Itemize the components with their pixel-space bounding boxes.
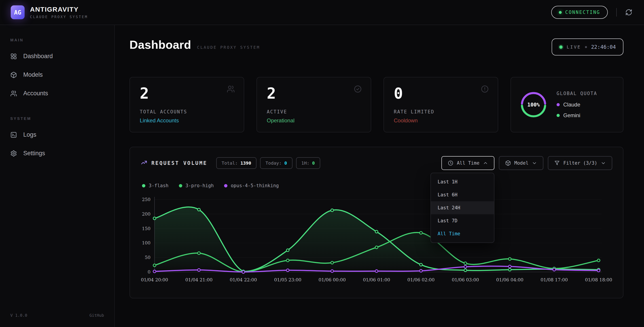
data-point <box>198 208 200 211</box>
page-title: Dashboard <box>130 38 191 52</box>
legend-series-name: 3-flash <box>149 183 168 188</box>
sidebar-item-settings[interactable]: Settings <box>0 144 114 162</box>
dropdown-label: All Time <box>457 160 480 166</box>
check-circle-icon <box>354 85 362 93</box>
sidebar-item-accounts[interactable]: Accounts <box>0 84 114 103</box>
x-tick-label: 01/06 03:00 <box>452 277 479 282</box>
x-tick-label: 01/06 01:00 <box>363 277 390 282</box>
data-point <box>597 269 600 272</box>
y-tick-label: 0 <box>148 269 150 275</box>
menu-item-last-7d[interactable]: Last 7D <box>431 214 494 227</box>
quota-percent: 100% <box>520 91 547 118</box>
quota-ring: 100% <box>520 91 547 118</box>
sidebar: MAINDashboardModelsAccountsSYSTEMLogsSet… <box>0 25 115 327</box>
app-logo-text: AG <box>14 9 22 16</box>
refresh-icon <box>625 9 632 16</box>
data-point <box>331 270 334 272</box>
stat-sublabel: Cooldown <box>394 118 488 124</box>
x-tick-label: 01/04 21:00 <box>185 277 213 282</box>
menu-item-last-1h[interactable]: Last 1H <box>431 175 494 188</box>
data-point <box>286 249 289 252</box>
time-range-dropdown-wrap: All TimeLast 1HLast 6HLast 24HLast 7DAll… <box>442 156 494 170</box>
time-range-dropdown[interactable]: All Time <box>442 156 494 170</box>
sidebar-item-label: Settings <box>23 150 45 157</box>
filter-dropdown-wrap: Filter (3/3) <box>548 156 612 170</box>
funnel-icon <box>554 160 560 166</box>
quota-label: GLOBAL QUOTA <box>556 91 597 96</box>
stat-sublabel: Operational <box>267 118 361 124</box>
dashboard-grid-icon <box>10 53 17 60</box>
data-point <box>420 232 422 234</box>
data-point <box>286 269 289 272</box>
box-icon <box>505 160 511 166</box>
data-point <box>464 266 467 268</box>
app-subtitle: CLAUDE PROXY SYSTEM <box>30 15 88 19</box>
x-tick-label: 01/08 18:00 <box>585 277 612 282</box>
legend-item-3-pro-high[interactable]: 3-pro-high <box>179 183 214 188</box>
panel-header: REQUEST VOLUME Total:1390Today:01H:0 All… <box>141 156 612 170</box>
chevron-down-icon <box>532 160 537 166</box>
data-point <box>375 246 378 249</box>
volume-badge-total: Total:1390 <box>216 157 256 169</box>
y-tick-label: 200 <box>142 211 150 217</box>
quota-legend-item-gemini: Gemini <box>556 112 597 118</box>
data-point <box>242 271 245 273</box>
request-volume-panel: REQUEST VOLUME Total:1390Today:01H:0 All… <box>130 147 624 298</box>
data-point <box>464 262 467 264</box>
data-point <box>286 259 289 262</box>
app-root: AG ANTIGRAVITY CLAUDE PROXY SYSTEM CONNE… <box>0 0 644 327</box>
legend-item-opus-4-5-thinking[interactable]: opus-4-5-thinking <box>224 183 279 188</box>
data-point <box>508 258 511 260</box>
y-tick-label: 150 <box>142 226 150 231</box>
sidebar-section-main: MAINDashboardModelsAccounts <box>0 38 114 103</box>
sidebar-item-models[interactable]: Models <box>0 66 114 84</box>
stat-label: TOTAL ACCOUNTS <box>140 109 234 114</box>
dropdown-label: Filter (3/3) <box>563 160 597 166</box>
data-point <box>153 264 156 266</box>
quota-legend-name: Claude <box>563 102 580 108</box>
stat-card-active: 2ACTIVEOperational <box>256 77 371 132</box>
data-point <box>508 265 511 268</box>
filter-dropdown[interactable]: Filter (3/3) <box>548 156 612 170</box>
sidebar-item-label: Models <box>23 71 43 78</box>
connection-status-badge: CONNECTING <box>551 6 608 19</box>
sidebar-nav: MAINDashboardModelsAccountsSYSTEMLogsSet… <box>0 38 114 176</box>
quota-legend-item-claude: Claude <box>556 102 597 108</box>
legend-item-3-flash[interactable]: 3-flash <box>142 183 168 188</box>
request-volume-chart[interactable]: 05010015020025001/04 20:0001/04 21:0001/… <box>141 193 612 284</box>
stat-value: 0 <box>394 86 488 101</box>
app-title: ANTIGRAVITY <box>30 6 88 13</box>
menu-item-last-24h[interactable]: Last 24H <box>431 201 494 214</box>
gear-icon <box>10 150 17 157</box>
separator-dot <box>585 46 587 48</box>
sidebar-footer: V 1.0.0 GitHub <box>0 313 114 318</box>
model-dropdown-wrap: Model <box>499 156 544 170</box>
chart-controls: All TimeLast 1HLast 6HLast 24HLast 7DAll… <box>442 156 612 170</box>
volume-badge-today: Today:0 <box>260 157 292 169</box>
sidebar-item-dashboard[interactable]: Dashboard <box>0 47 114 66</box>
sidebar-item-logs[interactable]: Logs <box>0 126 114 144</box>
x-tick-label: 01/06 00:00 <box>319 277 346 282</box>
legend-dot <box>556 103 560 106</box>
github-link[interactable]: GitHub <box>90 313 104 318</box>
x-tick-label: 01/08 17:00 <box>541 277 568 282</box>
legend-series-name: opus-4-5-thinking <box>231 183 279 188</box>
sidebar-item-label: Dashboard <box>23 53 53 60</box>
chart-area: 05010015020025001/04 20:0001/04 21:0001/… <box>141 193 612 284</box>
time-range-menu: Last 1HLast 6HLast 24HLast 7DAll Time <box>430 173 494 243</box>
sidebar-section-header: SYSTEM <box>10 116 114 121</box>
data-point <box>198 268 200 271</box>
data-point <box>375 270 378 272</box>
quota-legend-name: Gemini <box>563 112 580 118</box>
data-point <box>375 230 378 233</box>
menu-item-last-6h[interactable]: Last 6H <box>431 188 494 201</box>
live-clock: 22:46:04 <box>591 44 616 50</box>
sidebar-section-header: MAIN <box>10 38 114 42</box>
refresh-button[interactable] <box>625 9 632 16</box>
users-icon <box>10 90 17 97</box>
chevron-up-icon <box>483 160 488 166</box>
brand: ANTIGRAVITY CLAUDE PROXY SYSTEM <box>30 6 88 19</box>
model-dropdown[interactable]: Model <box>499 156 544 170</box>
stat-card-total-accounts: 2TOTAL ACCOUNTSLinked Accounts <box>130 77 244 132</box>
menu-item-all-time[interactable]: All Time <box>431 227 494 240</box>
